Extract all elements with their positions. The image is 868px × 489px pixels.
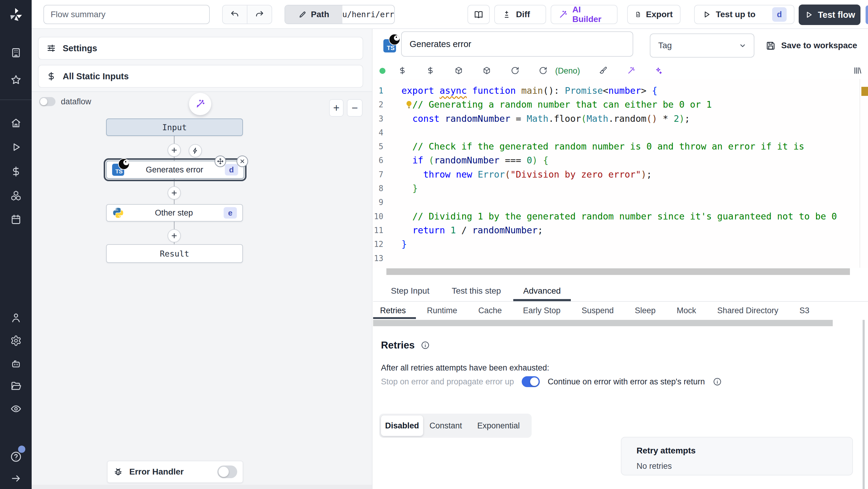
package-icon[interactable] (454, 66, 463, 75)
resources-boxes-icon[interactable] (10, 190, 22, 202)
editor-code-lines[interactable]: export async function main(): Promise<nu… (401, 84, 854, 265)
deploy-button-edge[interactable] (866, 5, 868, 24)
subtab-suspend[interactable]: Suspend (582, 306, 614, 315)
play-outline-icon (702, 10, 711, 19)
dataflow-toggle[interactable] (39, 97, 56, 106)
ai-builder-label: AI Builder (572, 5, 610, 24)
schedules-calendar-icon[interactable] (10, 213, 22, 225)
ai-wand-icon[interactable] (627, 66, 636, 75)
format-paintbrush-icon[interactable] (598, 66, 608, 75)
add-step-button-3[interactable] (167, 229, 181, 242)
stop-on-error-option[interactable]: Stop on error and propagate error up (381, 377, 514, 387)
settings-gear-icon[interactable] (10, 335, 22, 347)
retry-mode-constant[interactable]: Constant (423, 416, 468, 436)
zoom-in-button[interactable]: + (329, 99, 344, 117)
subtab-mock[interactable]: Mock (677, 306, 696, 315)
subtabs-hscrollbar[interactable] (373, 320, 833, 326)
path-edit-segment[interactable]: Path (285, 5, 342, 24)
add-step-button-1[interactable] (167, 144, 181, 157)
save-to-workspace-button[interactable]: Save to workspace (766, 36, 857, 56)
test-up-to-label: Test up to (716, 10, 755, 19)
subtab-s3[interactable]: S3 (799, 306, 809, 315)
tab-step-input[interactable]: Step Input (380, 280, 441, 301)
info-icon[interactable] (421, 341, 430, 350)
plus-icon (170, 189, 178, 196)
python-icon (112, 207, 124, 219)
test-up-to-button[interactable]: Test up to d (694, 5, 795, 24)
subtab-runtime[interactable]: Runtime (427, 306, 458, 315)
reload-icon[interactable] (510, 66, 520, 75)
library-icon[interactable] (853, 66, 862, 75)
workers-robot-icon[interactable] (10, 358, 22, 370)
editor-hscrollbar[interactable] (386, 268, 850, 275)
windmill-flow-editor: Path u/henri/err Diff AI Builder Export (0, 0, 868, 489)
step-name-input[interactable] (401, 31, 633, 57)
resources-dollar-icon[interactable] (426, 66, 435, 75)
variables-dollar-icon[interactable] (398, 66, 407, 75)
subtab-early-stop[interactable]: Early Stop (523, 306, 561, 315)
variables-dollar-icon[interactable] (10, 165, 22, 178)
home-icon[interactable] (10, 117, 22, 129)
error-handler-toggle[interactable] (217, 465, 237, 478)
tab-advanced[interactable]: Advanced (512, 280, 572, 301)
retry-mode-exponential[interactable]: Exponential (468, 416, 529, 436)
move-step-handle[interactable] (215, 156, 226, 167)
graph-hscroll-track[interactable] (32, 485, 372, 489)
zoom-out-button[interactable]: − (347, 99, 363, 117)
export-button[interactable]: Export (627, 5, 681, 24)
lightbulb-hint-icon[interactable] (404, 99, 413, 110)
favorites-star-icon[interactable] (10, 74, 22, 86)
path-group[interactable]: Path u/henri/err (284, 5, 395, 24)
all-static-inputs-button[interactable]: All Static Inputs (38, 65, 363, 88)
error-handler-card[interactable]: Error Handler (107, 461, 243, 483)
flow-node-result[interactable]: Result (106, 244, 243, 263)
subtab-sleep[interactable]: Sleep (635, 306, 655, 315)
package-icon[interactable] (482, 66, 491, 75)
subtab-retries[interactable]: Retries (380, 306, 406, 315)
flow-ai-wand-button[interactable] (189, 93, 211, 115)
windmill-logo-icon[interactable] (8, 7, 24, 22)
editor-warning-marker (861, 87, 868, 96)
step-id-badge: d (225, 164, 238, 176)
diff-button[interactable]: Diff (494, 5, 546, 24)
flow-settings-label: Settings (63, 43, 97, 53)
panel-vscrollbar[interactable] (863, 320, 865, 489)
runs-play-icon[interactable] (10, 141, 22, 153)
test-up-to-step-badge[interactable]: d (772, 7, 786, 22)
delete-step-button[interactable] (237, 156, 248, 167)
ai-builder-button[interactable]: AI Builder (551, 5, 618, 24)
runtime-label[interactable]: (Deno) (555, 66, 580, 76)
flow-node-step-other-step[interactable]: Other step e (106, 204, 243, 222)
expand-sidebar-arrow-icon[interactable] (10, 472, 22, 485)
subtab-shared-directory[interactable]: Shared Directory (717, 306, 778, 315)
test-flow-label: Test flow (818, 10, 855, 20)
flow-node-input[interactable]: Input (106, 119, 243, 136)
help-notification-dot (18, 446, 25, 453)
continue-on-error-option[interactable]: Continue on error with error as step's r… (548, 377, 705, 387)
workspace-building-icon[interactable] (10, 47, 22, 59)
subtab-cache[interactable]: Cache (478, 306, 502, 315)
redo-button[interactable] (247, 5, 272, 24)
test-flow-button[interactable]: Test flow (799, 4, 861, 25)
undo-button[interactable] (223, 5, 247, 24)
folders-folder-open-icon[interactable] (10, 380, 22, 392)
tag-select[interactable]: Tag (650, 33, 754, 58)
add-trigger-button[interactable] (189, 144, 202, 157)
user-icon[interactable] (10, 312, 22, 324)
continue-on-error-toggle[interactable] (522, 376, 540, 387)
file-export-icon (635, 10, 641, 19)
tab-test-this-step[interactable]: Test this step (441, 280, 512, 301)
sparkles-icon[interactable] (654, 66, 663, 75)
flow-settings-button[interactable]: Settings (38, 37, 363, 60)
audit-eye-icon[interactable] (10, 403, 22, 415)
retry-mode-disabled[interactable]: Disabled (381, 416, 423, 436)
add-step-button-2[interactable] (167, 186, 181, 200)
retry-attempts-label: Retry attempts (637, 446, 695, 456)
chevron-down-icon (738, 41, 747, 50)
diff-icon (502, 10, 511, 19)
docs-button[interactable] (467, 5, 490, 24)
step-tabs: Step Input Test this step Advanced (373, 280, 868, 302)
flow-summary-input[interactable] (43, 5, 210, 24)
info-icon[interactable] (713, 377, 722, 386)
reload-runtime-icon[interactable] (538, 66, 548, 75)
